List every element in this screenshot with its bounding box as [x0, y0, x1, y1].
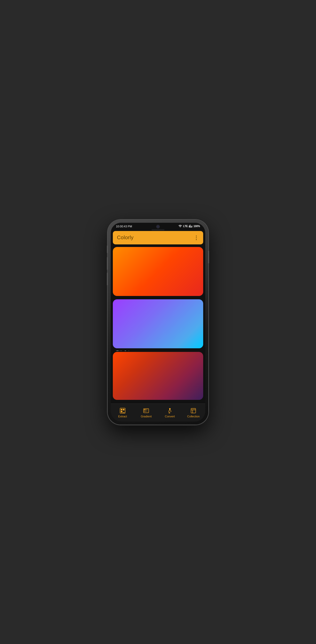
collection-icon	[190, 407, 197, 414]
overflow-menu-button[interactable]: ⋮	[194, 235, 199, 241]
bottom-navigation: Extract Gradient	[111, 403, 205, 422]
convert-label: Convert	[165, 415, 175, 418]
extract-icon	[119, 407, 126, 414]
extract-label: Extract	[118, 415, 127, 418]
card-2-label: HTML Colors	[113, 348, 203, 351]
earpiece-speaker	[152, 229, 164, 230]
volume-up-button	[107, 257, 108, 270]
card-1-image	[113, 247, 203, 296]
gradient-icon	[143, 407, 149, 414]
signal-icon	[189, 224, 192, 228]
gradient-label: Gradient	[141, 415, 152, 418]
card-material-design[interactable]: Material Design Color Palette	[113, 247, 203, 299]
nav-item-collection[interactable]: Collection	[182, 407, 206, 418]
svg-rect-3	[145, 409, 146, 410]
phone-screen: 10:00:43 PM LTE 100%	[111, 223, 205, 422]
nav-item-extract[interactable]: Extract	[111, 407, 135, 418]
status-icons: LTE 100%	[178, 224, 200, 228]
collection-label: Collection	[187, 415, 200, 418]
svg-rect-2	[144, 409, 145, 410]
status-time: 10:00:43 PM	[116, 225, 132, 228]
mute-button	[107, 245, 108, 253]
battery-label: 100%	[193, 225, 200, 228]
nav-item-convert[interactable]: Convert	[158, 407, 182, 418]
convert-icon	[167, 407, 173, 414]
card-2-image	[113, 299, 203, 348]
phone-device: 10:00:43 PM LTE 100%	[108, 220, 208, 425]
card-1-label: Material Design Color Palette	[113, 296, 203, 299]
card-html-colors[interactable]: HTML Colors	[113, 299, 203, 351]
svg-rect-5	[144, 411, 145, 412]
svg-rect-7	[147, 411, 148, 412]
wifi-icon	[178, 224, 182, 228]
svg-rect-6	[145, 411, 146, 412]
lte-label: LTE	[183, 225, 188, 228]
volume-down-button	[107, 273, 108, 285]
card-third[interactable]	[113, 352, 203, 400]
camera-area	[152, 225, 164, 230]
svg-rect-4	[147, 409, 148, 410]
app-title: Colorly	[117, 235, 133, 241]
front-camera	[156, 225, 160, 228]
content-area: Material Design Color Palette HTML Color…	[111, 244, 205, 403]
app-bar: Colorly ⋮	[113, 231, 203, 244]
card-3-image	[113, 352, 203, 400]
power-button	[208, 251, 209, 263]
nav-item-gradient[interactable]: Gradient	[135, 407, 158, 418]
